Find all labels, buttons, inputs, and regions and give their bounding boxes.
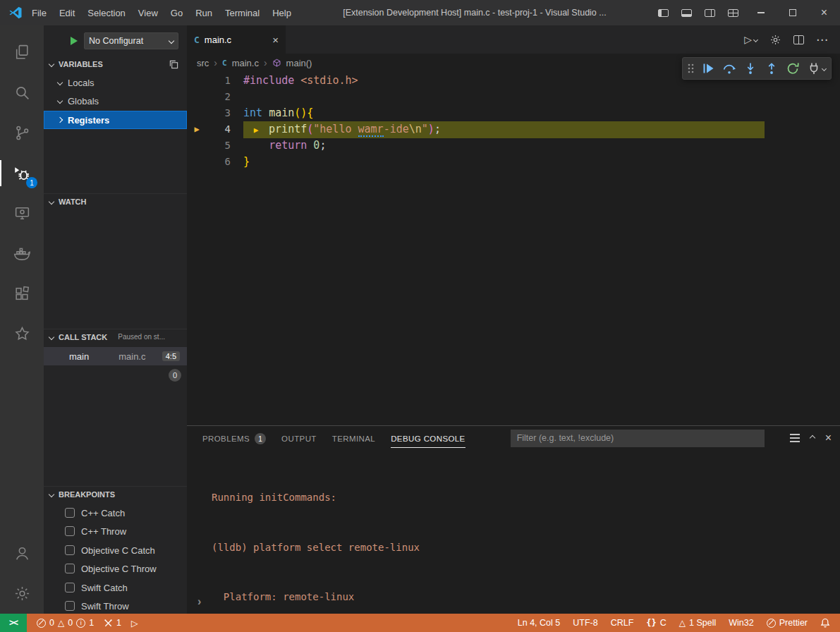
menu-terminal[interactable]: Terminal: [219, 5, 266, 21]
breakpoints-section-header[interactable]: BREAKPOINTS: [44, 486, 187, 502]
breakpoint-swift-catch[interactable]: Swift Catch: [44, 578, 187, 597]
menu-view[interactable]: View: [132, 5, 164, 21]
more-actions-icon[interactable]: ⋯: [816, 32, 829, 47]
breakpoint-objc-throw[interactable]: Objective C Throw: [44, 559, 187, 578]
variables-scope-registers[interactable]: Registers: [44, 111, 187, 129]
activity-explorer-button[interactable]: [0, 32, 44, 73]
breakpoint-cpp-throw[interactable]: C++ Throw: [44, 522, 187, 540]
tab-problems[interactable]: PROBLEMS 1: [202, 427, 266, 449]
tab-output[interactable]: OUTPUT: [281, 428, 317, 448]
step-out-button[interactable]: [765, 61, 779, 75]
activity-remote-explorer-button[interactable]: [0, 193, 44, 233]
run-file-button[interactable]: ▷: [744, 34, 757, 45]
customize-layout-button[interactable]: [722, 0, 745, 25]
checkbox[interactable]: [65, 583, 75, 592]
code-line-6[interactable]: 6 }: [187, 154, 840, 170]
step-into-button[interactable]: [743, 61, 757, 75]
frame-position-badge: 4:5: [162, 351, 180, 361]
breadcrumb-file[interactable]: main.c: [232, 58, 259, 68]
activity-extensions-button[interactable]: [0, 274, 44, 314]
ports-status[interactable]: 1: [104, 618, 121, 628]
maximize-panel-icon[interactable]: [809, 435, 815, 441]
activity-favorites-button[interactable]: [0, 314, 44, 354]
checkbox[interactable]: [65, 601, 75, 611]
cursor-position-status[interactable]: Ln 4, Col 5: [518, 618, 560, 628]
encoding-status[interactable]: UTF-8: [573, 618, 597, 628]
variables-scope-globals[interactable]: Globals: [44, 92, 187, 110]
disconnect-button[interactable]: [807, 61, 826, 75]
breakpoint-margin[interactable]: [187, 105, 207, 121]
code-line-2[interactable]: 2: [187, 89, 840, 105]
menu-help[interactable]: Help: [266, 5, 298, 21]
close-panel-icon[interactable]: ×: [825, 432, 832, 444]
breakpoint-margin[interactable]: ▶: [187, 121, 207, 138]
checkbox[interactable]: [65, 564, 75, 573]
breakpoint-cpp-catch[interactable]: C++ Catch: [44, 504, 187, 522]
toggle-sidebar-button[interactable]: [652, 0, 675, 25]
editor-settings-gear-icon[interactable]: [769, 34, 781, 46]
activity-run-debug-button[interactable]: 1: [0, 153, 44, 193]
step-over-button[interactable]: [722, 61, 736, 75]
debug-status[interactable]: ▷: [131, 618, 138, 628]
variables-section-header[interactable]: VARIABLES: [44, 56, 187, 72]
activity-search-button[interactable]: [0, 73, 44, 113]
restart-button[interactable]: [786, 61, 800, 75]
start-debug-icon[interactable]: [71, 37, 78, 45]
output-options-icon[interactable]: [790, 434, 800, 435]
menu-edit[interactable]: Edit: [53, 5, 81, 21]
tab-debug-console[interactable]: DEBUG CONSOLE: [391, 428, 465, 448]
maximize-button[interactable]: [777, 0, 808, 25]
breakpoint-swift-throw[interactable]: Swift Throw: [44, 597, 187, 614]
activity-docker-button[interactable]: [0, 233, 44, 274]
menu-selection[interactable]: Selection: [81, 5, 131, 21]
breakpoint-margin[interactable]: [187, 138, 207, 154]
split-editor-icon[interactable]: [793, 35, 804, 44]
remote-indicator[interactable]: ><: [0, 614, 27, 632]
menu-run[interactable]: Run: [189, 5, 219, 21]
breakpoint-margin[interactable]: [187, 89, 207, 105]
toolbar-drag-handle[interactable]: [688, 63, 694, 74]
code-editor[interactable]: 1 #include <stdio.h> 2 3 int main(){ ▶ 4…: [187, 72, 840, 170]
tab-main-c[interactable]: C main.c ×: [187, 25, 286, 54]
activity-settings-button[interactable]: [0, 573, 44, 614]
menu-go[interactable]: Go: [164, 5, 189, 21]
tab-terminal[interactable]: TERMINAL: [332, 428, 375, 448]
call-stack-section-header[interactable]: CALL STACK Paused on st...: [44, 329, 187, 344]
checkbox[interactable]: [65, 526, 75, 536]
variables-scope-locals[interactable]: Locals: [44, 73, 187, 92]
activity-accounts-button[interactable]: [0, 533, 44, 573]
breakpoint-margin[interactable]: [187, 154, 207, 170]
console-filter-input[interactable]: [511, 430, 765, 447]
code-line-5[interactable]: 5 return 0;: [187, 138, 840, 154]
toggle-panel-button[interactable]: [675, 0, 698, 25]
platform-status[interactable]: Win32: [729, 618, 753, 628]
breakpoint-margin[interactable]: [187, 73, 207, 89]
console-prompt-icon[interactable]: ›: [197, 595, 201, 608]
eol-status[interactable]: CRLF: [611, 618, 634, 628]
checkbox[interactable]: [65, 508, 75, 518]
collapse-all-icon[interactable]: [169, 60, 178, 69]
formatter-status[interactable]: Prettier: [767, 618, 808, 628]
code-line-3[interactable]: 3 int main(){: [187, 105, 840, 121]
close-window-button[interactable]: ×: [808, 0, 840, 25]
debug-console-output[interactable]: Running initCommands: (lldb) platform se…: [187, 450, 840, 632]
breakpoint-objc-catch[interactable]: Objective C Catch: [44, 541, 187, 559]
code-line-4-current[interactable]: ▶ 4 ▶ printf("hello wamr-ide\n");: [187, 121, 840, 138]
breadcrumb-symbol[interactable]: main(): [286, 58, 312, 68]
menu-file[interactable]: File: [25, 5, 53, 21]
spell-checker-status[interactable]: △ 1 Spell: [679, 618, 716, 628]
toggle-secondary-sidebar-button[interactable]: [698, 0, 722, 25]
minimize-button[interactable]: [745, 0, 777, 25]
close-tab-icon[interactable]: ×: [272, 35, 279, 45]
inline-breakpoint-icon[interactable]: ▶: [250, 122, 262, 138]
watch-section-header[interactable]: WATCH: [44, 193, 187, 209]
launch-configuration-select[interactable]: No Configurat: [84, 32, 178, 49]
problems-status[interactable]: 0 △ 0 1: [37, 618, 94, 628]
breadcrumb-folder[interactable]: src: [197, 58, 209, 68]
call-stack-frame-main[interactable]: main main.c 4:5: [44, 347, 187, 365]
checkbox[interactable]: [65, 545, 75, 555]
continue-button[interactable]: [701, 61, 715, 75]
notifications-status[interactable]: [820, 618, 830, 628]
activity-source-control-button[interactable]: [0, 113, 44, 153]
language-mode-status[interactable]: {} C: [646, 618, 666, 628]
